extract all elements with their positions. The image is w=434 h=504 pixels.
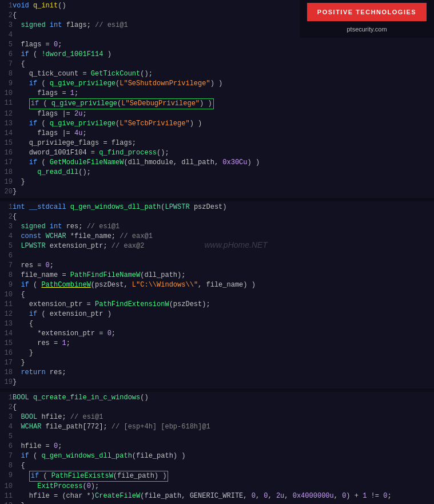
- line-code: if ( PathFileExistsW(file_path) ): [13, 471, 432, 482]
- line-code: q_tick_count = GetTickCount();: [13, 69, 432, 79]
- line-code: *extension_ptr = 0;: [13, 329, 432, 339]
- code-container: 1void q_init()2{3 signed int flags; // e…: [0, 0, 434, 504]
- line-number: 9: [2, 79, 13, 89]
- table-row: 19 }: [2, 177, 432, 187]
- line-number: 2: [2, 403, 13, 412]
- table-row: 4 WCHAR file_path[772]; // [esp+4h] [ebp…: [2, 422, 432, 432]
- line-number: 17: [2, 158, 13, 168]
- logo-area: POSITIVE TECHNOLOGIES ptsecurity.com: [300, 0, 434, 38]
- line-code: BOOL hfile; // esi@1: [13, 412, 432, 422]
- line-code: dword_1001F104 = q_find_process();: [13, 148, 432, 158]
- table-row: 6 if ( !dword_1001F114 ): [2, 50, 432, 59]
- line-code: res = 1;: [13, 339, 432, 348]
- line-number: 4: [2, 422, 13, 432]
- table-row: 5 LPWSTR extension_ptr; // eax@2: [2, 241, 432, 251]
- table-row: 13 if ( q_give_privilege(L"SeTcbPrivileg…: [2, 119, 432, 129]
- line-number: 14: [2, 129, 13, 138]
- line-number: 20: [2, 187, 13, 197]
- line-number: 6: [2, 50, 13, 59]
- line-code: if ( GetModuleFileNameW(dll_hmodule, dll…: [13, 158, 432, 168]
- line-code: signed int res; // esi@1: [13, 222, 432, 232]
- line-number: 19: [2, 177, 13, 187]
- line-code: hfile = 0;: [13, 442, 432, 451]
- line-code: }: [13, 378, 432, 387]
- table-row: 20}: [2, 187, 432, 197]
- table-row: 7 res = 0;: [2, 261, 432, 271]
- line-number: 6: [2, 251, 13, 261]
- table-row: 19}: [2, 378, 432, 387]
- line-code: LPWSTR extension_ptr; // eax@2: [13, 241, 432, 251]
- line-code: [13, 432, 432, 442]
- line-number: 19: [2, 378, 13, 387]
- line-number: 4: [2, 30, 13, 40]
- line-number: 7: [2, 261, 13, 271]
- line-number: 16: [2, 348, 13, 358]
- line-code: res = 0;: [13, 261, 432, 271]
- line-code: {: [13, 403, 432, 412]
- table-row: 18 q_read_dll();: [2, 168, 432, 177]
- line-number: 8: [2, 271, 13, 280]
- line-code: BOOL q_create_file_in_c_windows(): [13, 393, 432, 403]
- line-code: flags |= 2u;: [13, 109, 432, 119]
- table-row: 3 BOOL hfile; // esi@1: [2, 412, 432, 422]
- table-row: 16 }: [2, 348, 432, 358]
- line-number: 2: [2, 212, 13, 222]
- table-row: 16 dword_1001F104 = q_find_process();: [2, 148, 432, 158]
- table-row: 17 }: [2, 358, 432, 368]
- line-number: 14: [2, 329, 13, 339]
- line-code: return res;: [13, 368, 432, 378]
- line-code: if ( extension_ptr ): [13, 309, 432, 319]
- table-row: 3 signed int res; // esi@1: [2, 222, 432, 232]
- table-row: 12 flags |= 2u;: [2, 109, 432, 119]
- code-section-3: 1BOOL q_create_file_in_c_windows()2{3 BO…: [0, 392, 434, 504]
- line-code: const WCHAR *file_name; // eax@1: [13, 232, 432, 241]
- line-code: int __stdcall q_gen_windows_dll_path(LPW…: [13, 203, 432, 212]
- line-code: }: [13, 358, 432, 368]
- table-row: 18 return res;: [2, 368, 432, 378]
- line-number: 12: [2, 309, 13, 319]
- line-number: 3: [2, 412, 13, 422]
- line-number: 13: [2, 319, 13, 329]
- line-number: 5: [2, 40, 13, 50]
- table-row: 1int __stdcall q_gen_windows_dll_path(LP…: [2, 203, 432, 212]
- code-table-2: 1int __stdcall q_gen_windows_dll_path(LP…: [2, 203, 432, 387]
- line-number: 7: [2, 59, 13, 69]
- line-code: }: [13, 187, 432, 197]
- table-row: 17 if ( GetModuleFileNameW(dll_hmodule, …: [2, 158, 432, 168]
- table-row: 5: [2, 432, 432, 442]
- line-number: 5: [2, 432, 13, 442]
- line-code: if ( PathCombineW(pszDest, L"C:\\Windows…: [13, 280, 432, 290]
- line-number: 16: [2, 148, 13, 158]
- line-code: hfile = (char *)CreateFileW(file_path, G…: [13, 491, 432, 501]
- table-row: 15 res = 1;: [2, 339, 432, 348]
- line-number: 1: [2, 393, 13, 403]
- line-number: 15: [2, 339, 13, 348]
- line-code: {: [13, 290, 432, 300]
- main-container: POSITIVE TECHNOLOGIES ptsecurity.com www…: [0, 0, 434, 504]
- table-row: 9 if ( PathFileExistsW(file_path) ): [2, 471, 432, 482]
- line-code: if ( q_give_privilege(L"SeDebugPrivilege…: [13, 98, 432, 109]
- line-number: 18: [2, 168, 13, 177]
- table-row: 7 {: [2, 59, 432, 69]
- line-number: 9: [2, 471, 13, 482]
- table-row: 6: [2, 251, 432, 261]
- line-code: flags |= 4u;: [13, 129, 432, 138]
- table-row: 11 if ( q_give_privilege(L"SeDebugPrivil…: [2, 98, 432, 109]
- table-row: 4 const WCHAR *file_name; // eax@1: [2, 232, 432, 241]
- line-code: ExitProcess(0);: [13, 482, 432, 491]
- table-row: 14 *extension_ptr = 0;: [2, 329, 432, 339]
- line-number: 8: [2, 69, 13, 79]
- table-row: 6 hfile = 0;: [2, 442, 432, 451]
- line-number: 1: [2, 203, 13, 212]
- table-row: 11 hfile = (char *)CreateFileW(file_path…: [2, 491, 432, 501]
- line-code: WCHAR file_path[772]; // [esp+4h] [ebp-6…: [13, 422, 432, 432]
- table-row: 13 {: [2, 319, 432, 329]
- line-number: 4: [2, 232, 13, 241]
- line-number: 6: [2, 442, 13, 451]
- line-code: if ( !dword_1001F114 ): [13, 50, 432, 59]
- line-code: if ( q_give_privilege(L"SeShutdownPrivil…: [13, 79, 432, 89]
- line-code: {: [13, 319, 432, 329]
- line-code: {: [13, 59, 432, 69]
- line-number: 1: [2, 1, 13, 11]
- line-number: 11: [2, 491, 13, 501]
